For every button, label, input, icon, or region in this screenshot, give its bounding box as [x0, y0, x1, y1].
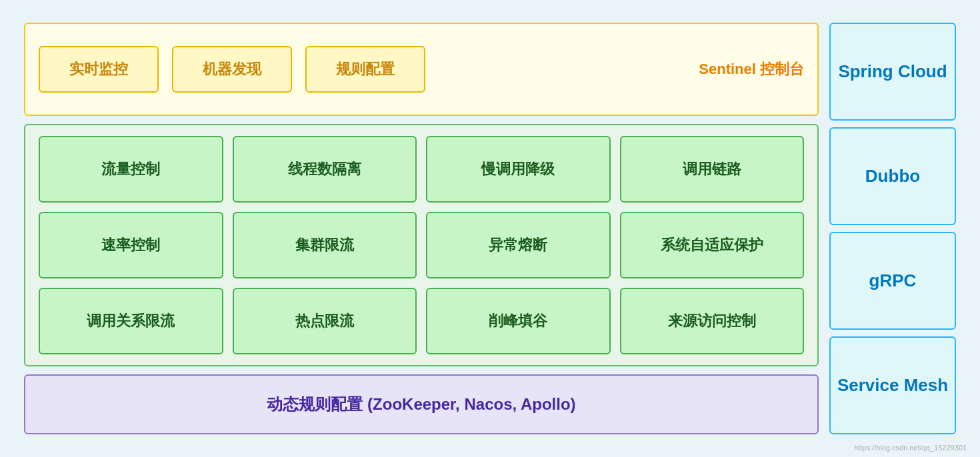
sentinel-box-realtime: 实时监控: [39, 46, 159, 93]
feature-relation-limit: 调用关系限流: [39, 288, 223, 354]
feature-flow-control: 流量控制: [39, 136, 223, 203]
right-box-service-mesh: Service Mesh: [829, 336, 956, 434]
right-panel: Spring Cloud Dubbo gRPC Service Mesh: [829, 23, 956, 434]
sentinel-box-rules: 规则配置: [305, 46, 425, 93]
watermark: https://blog.csdn.net/qq_15229301: [854, 444, 967, 452]
features-grid: 流量控制 线程数隔离 慢调用降级 调用链路 速率控制 集群限流: [39, 136, 804, 354]
feature-peak-shaving: 削峰填谷: [426, 288, 611, 354]
feature-thread-isolation: 线程数隔离: [233, 136, 417, 203]
sentinel-boxes: 实时监控 机器发现 规则配置: [39, 46, 685, 93]
sentinel-section: 实时监控 机器发现 规则配置 Sentinel 控制台: [24, 23, 819, 116]
features-section: 流量控制 线程数隔离 慢调用降级 调用链路 速率控制 集群限流: [24, 124, 819, 366]
feature-rate-control: 速率控制: [39, 212, 223, 278]
dynamic-rules-text: 动态规则配置 (ZooKeeper, Nacos, Apollo): [267, 394, 575, 415]
feature-call-chain: 调用链路: [620, 136, 805, 203]
dynamic-section: 动态规则配置 (ZooKeeper, Nacos, Apollo): [24, 374, 819, 434]
feature-hotspot-limit: 热点限流: [233, 288, 417, 354]
left-panel: 实时监控 机器发现 规则配置 Sentinel 控制台 流量控制: [24, 23, 819, 434]
sentinel-label: Sentinel 控制台: [699, 59, 804, 79]
feature-system-adaptive: 系统自适应保护: [620, 212, 805, 278]
feature-source-access: 来源访问控制: [620, 288, 805, 354]
right-box-dubbo: Dubbo: [829, 127, 956, 225]
right-box-spring-cloud: Spring Cloud: [829, 23, 956, 121]
sentinel-box-machine: 机器发现: [172, 46, 292, 93]
main-container: 实时监控 机器发现 规则配置 Sentinel 控制台 流量控制: [13, 12, 967, 445]
feature-exception-circuit: 异常熔断: [426, 212, 611, 278]
right-box-grpc: gRPC: [829, 232, 956, 330]
feature-slow-call-degradation: 慢调用降级: [426, 136, 611, 203]
feature-cluster-limit: 集群限流: [233, 212, 417, 278]
